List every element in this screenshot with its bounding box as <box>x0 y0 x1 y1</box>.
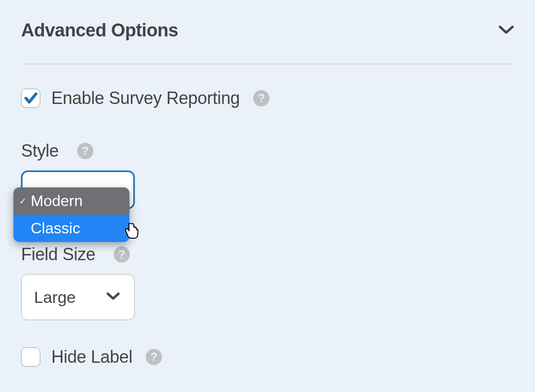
field-size-group: Field Size ? Large <box>21 244 514 320</box>
question-mark-icon: ? <box>151 350 158 364</box>
style-option-modern[interactable]: ✓ Modern <box>13 187 129 215</box>
hide-label-checkbox[interactable] <box>21 347 40 367</box>
field-size-select[interactable]: Large <box>21 274 135 320</box>
help-icon[interactable]: ? <box>77 143 93 159</box>
chevron-down-icon[interactable] <box>499 25 514 36</box>
dropdown-item-label: Modern <box>31 192 83 210</box>
style-dropdown-menu: ✓ Modern Classic <box>13 187 129 242</box>
question-mark-icon: ? <box>118 248 126 261</box>
dropdown-item-label: Classic <box>31 219 80 237</box>
question-mark-icon: ? <box>81 144 89 158</box>
hide-label-row: Hide Label ? <box>21 347 514 367</box>
help-icon[interactable]: ? <box>146 349 162 365</box>
style-select[interactable]: ✓ Modern Classic <box>21 171 135 209</box>
field-size-value: Large <box>34 288 76 307</box>
section-title: Advanced Options <box>21 20 178 41</box>
style-field-group: Style ? ✓ Modern Classic <box>21 141 514 211</box>
help-icon[interactable]: ? <box>114 246 130 263</box>
enable-survey-reporting-label: Enable Survey Reporting <box>51 88 240 108</box>
chevron-down-icon <box>106 292 120 302</box>
field-size-label: Field Size <box>21 244 95 265</box>
help-icon[interactable]: ? <box>253 90 269 106</box>
check-icon: ✓ <box>19 196 26 207</box>
check-icon <box>24 92 37 105</box>
enable-survey-reporting-checkbox[interactable] <box>21 89 40 108</box>
cursor-hand-icon <box>123 220 140 241</box>
question-mark-icon: ? <box>258 92 265 105</box>
advanced-options-header[interactable]: Advanced Options <box>21 20 514 64</box>
style-label: Style <box>21 141 59 161</box>
enable-survey-reporting-row: Enable Survey Reporting ? <box>21 88 514 108</box>
style-option-classic[interactable]: Classic <box>13 215 129 242</box>
hide-label-label: Hide Label <box>51 347 132 367</box>
